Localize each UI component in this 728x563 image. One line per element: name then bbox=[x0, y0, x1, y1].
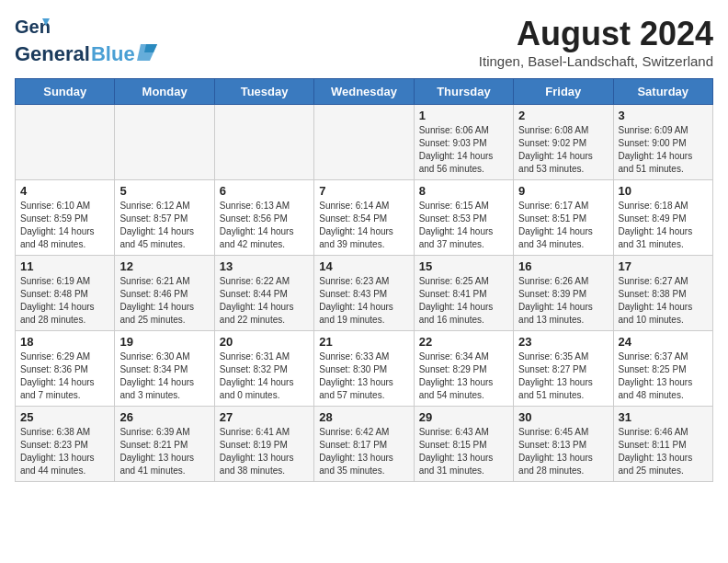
week-row-1: 1Sunrise: 6:06 AM Sunset: 9:03 PM Daylig… bbox=[16, 105, 713, 180]
calendar-cell: 31Sunrise: 6:46 AM Sunset: 8:11 PM Dayli… bbox=[613, 407, 712, 482]
calendar-cell: 27Sunrise: 6:41 AM Sunset: 8:19 PM Dayli… bbox=[214, 407, 313, 482]
calendar-cell: 23Sunrise: 6:35 AM Sunset: 8:27 PM Dayli… bbox=[514, 331, 613, 407]
calendar-cell: 19Sunrise: 6:30 AM Sunset: 8:34 PM Dayli… bbox=[115, 331, 214, 407]
day-number: 28 bbox=[319, 410, 408, 424]
day-number: 6 bbox=[220, 184, 309, 198]
day-number: 14 bbox=[319, 259, 408, 273]
logo-blue: Blue bbox=[91, 42, 135, 66]
day-header-wednesday: Wednesday bbox=[314, 79, 414, 105]
day-info: Sunrise: 6:21 AM Sunset: 8:46 PM Dayligh… bbox=[119, 275, 209, 327]
calendar-cell: 18Sunrise: 6:29 AM Sunset: 8:36 PM Dayli… bbox=[16, 331, 115, 407]
calendar-cell: 7Sunrise: 6:14 AM Sunset: 8:54 PM Daylig… bbox=[314, 180, 414, 256]
day-number: 13 bbox=[220, 259, 309, 273]
day-info: Sunrise: 6:19 AM Sunset: 8:48 PM Dayligh… bbox=[20, 275, 109, 327]
calendar-cell bbox=[115, 105, 214, 180]
calendar-body: 1Sunrise: 6:06 AM Sunset: 9:03 PM Daylig… bbox=[16, 105, 713, 482]
calendar-cell: 25Sunrise: 6:38 AM Sunset: 8:23 PM Dayli… bbox=[16, 407, 115, 482]
logo-icon: General bbox=[15, 15, 50, 42]
calendar-cell: 4Sunrise: 6:10 AM Sunset: 8:59 PM Daylig… bbox=[16, 180, 115, 256]
day-number: 26 bbox=[119, 410, 209, 424]
day-number: 24 bbox=[619, 335, 708, 349]
day-number: 1 bbox=[419, 109, 508, 122]
calendar-cell bbox=[16, 105, 115, 180]
day-info: Sunrise: 6:23 AM Sunset: 8:43 PM Dayligh… bbox=[319, 275, 408, 327]
calendar-table: SundayMondayTuesdayWednesdayThursdayFrid… bbox=[15, 78, 713, 482]
calendar-cell: 9Sunrise: 6:17 AM Sunset: 8:51 PM Daylig… bbox=[514, 180, 613, 256]
week-row-5: 25Sunrise: 6:38 AM Sunset: 8:23 PM Dayli… bbox=[16, 407, 713, 482]
day-info: Sunrise: 6:39 AM Sunset: 8:21 PM Dayligh… bbox=[119, 426, 209, 477]
day-info: Sunrise: 6:10 AM Sunset: 8:59 PM Dayligh… bbox=[20, 200, 109, 251]
day-number: 3 bbox=[619, 109, 708, 122]
calendar-cell: 13Sunrise: 6:22 AM Sunset: 8:44 PM Dayli… bbox=[214, 256, 313, 331]
header-row: SundayMondayTuesdayWednesdayThursdayFrid… bbox=[16, 79, 713, 105]
logo: General General Blue bbox=[15, 15, 157, 66]
calendar-cell: 30Sunrise: 6:45 AM Sunset: 8:13 PM Dayli… bbox=[514, 407, 613, 482]
title-block: August 2024 Itingen, Basel-Landschaft, S… bbox=[479, 15, 713, 69]
day-info: Sunrise: 6:27 AM Sunset: 8:38 PM Dayligh… bbox=[619, 275, 708, 327]
day-info: Sunrise: 6:41 AM Sunset: 8:19 PM Dayligh… bbox=[220, 426, 309, 477]
day-info: Sunrise: 6:45 AM Sunset: 8:13 PM Dayligh… bbox=[518, 426, 608, 477]
calendar-cell bbox=[214, 105, 313, 180]
calendar-cell: 6Sunrise: 6:13 AM Sunset: 8:56 PM Daylig… bbox=[214, 180, 313, 256]
calendar-cell: 16Sunrise: 6:26 AM Sunset: 8:39 PM Dayli… bbox=[514, 256, 613, 331]
calendar-cell: 8Sunrise: 6:15 AM Sunset: 8:53 PM Daylig… bbox=[414, 180, 513, 256]
calendar-cell: 24Sunrise: 6:37 AM Sunset: 8:25 PM Dayli… bbox=[613, 331, 712, 407]
day-number: 22 bbox=[419, 335, 508, 349]
day-number: 23 bbox=[518, 335, 608, 349]
calendar-cell: 10Sunrise: 6:18 AM Sunset: 8:49 PM Dayli… bbox=[613, 180, 712, 256]
day-info: Sunrise: 6:12 AM Sunset: 8:57 PM Dayligh… bbox=[119, 200, 209, 251]
day-number: 31 bbox=[619, 410, 708, 424]
day-header-friday: Friday bbox=[514, 79, 613, 105]
calendar-cell: 15Sunrise: 6:25 AM Sunset: 8:41 PM Dayli… bbox=[414, 256, 513, 331]
day-info: Sunrise: 6:42 AM Sunset: 8:17 PM Dayligh… bbox=[319, 426, 408, 477]
day-info: Sunrise: 6:26 AM Sunset: 8:39 PM Dayligh… bbox=[518, 275, 608, 327]
day-header-saturday: Saturday bbox=[613, 79, 712, 105]
day-info: Sunrise: 6:25 AM Sunset: 8:41 PM Dayligh… bbox=[419, 275, 508, 327]
calendar-cell: 5Sunrise: 6:12 AM Sunset: 8:57 PM Daylig… bbox=[115, 180, 214, 256]
calendar-cell: 29Sunrise: 6:43 AM Sunset: 8:15 PM Dayli… bbox=[414, 407, 513, 482]
logo-chevron-icon bbox=[137, 44, 157, 61]
day-info: Sunrise: 6:14 AM Sunset: 8:54 PM Dayligh… bbox=[319, 200, 408, 251]
day-header-tuesday: Tuesday bbox=[214, 79, 313, 105]
day-info: Sunrise: 6:17 AM Sunset: 8:51 PM Dayligh… bbox=[518, 200, 608, 251]
day-number: 25 bbox=[20, 410, 109, 424]
calendar-cell bbox=[314, 105, 414, 180]
calendar-cell: 28Sunrise: 6:42 AM Sunset: 8:17 PM Dayli… bbox=[314, 407, 414, 482]
week-row-4: 18Sunrise: 6:29 AM Sunset: 8:36 PM Dayli… bbox=[16, 331, 713, 407]
day-number: 16 bbox=[518, 259, 608, 273]
page-header: General General Blue August 2024 Itingen… bbox=[15, 15, 713, 69]
logo-general: General bbox=[15, 42, 90, 66]
day-number: 2 bbox=[518, 109, 608, 122]
day-number: 30 bbox=[518, 410, 608, 424]
day-info: Sunrise: 6:06 AM Sunset: 9:03 PM Dayligh… bbox=[419, 124, 508, 176]
subtitle: Itingen, Basel-Landschaft, Switzerland bbox=[479, 53, 713, 69]
week-row-2: 4Sunrise: 6:10 AM Sunset: 8:59 PM Daylig… bbox=[16, 180, 713, 256]
day-number: 17 bbox=[619, 259, 708, 273]
day-number: 21 bbox=[319, 335, 408, 349]
calendar-cell: 2Sunrise: 6:08 AM Sunset: 9:02 PM Daylig… bbox=[514, 105, 613, 180]
calendar-cell: 1Sunrise: 6:06 AM Sunset: 9:03 PM Daylig… bbox=[414, 105, 513, 180]
calendar-cell: 20Sunrise: 6:31 AM Sunset: 8:32 PM Dayli… bbox=[214, 331, 313, 407]
day-number: 8 bbox=[419, 184, 508, 198]
day-header-sunday: Sunday bbox=[16, 79, 115, 105]
day-info: Sunrise: 6:22 AM Sunset: 8:44 PM Dayligh… bbox=[220, 275, 309, 327]
day-number: 20 bbox=[220, 335, 309, 349]
calendar-header: SundayMondayTuesdayWednesdayThursdayFrid… bbox=[16, 79, 713, 105]
day-header-monday: Monday bbox=[115, 79, 214, 105]
day-number: 4 bbox=[20, 184, 109, 198]
calendar-cell: 17Sunrise: 6:27 AM Sunset: 8:38 PM Dayli… bbox=[613, 256, 712, 331]
day-info: Sunrise: 6:38 AM Sunset: 8:23 PM Dayligh… bbox=[20, 426, 109, 477]
day-number: 19 bbox=[119, 335, 209, 349]
day-number: 11 bbox=[20, 259, 109, 273]
day-number: 29 bbox=[419, 410, 508, 424]
day-number: 9 bbox=[518, 184, 608, 198]
day-number: 10 bbox=[619, 184, 708, 198]
day-info: Sunrise: 6:37 AM Sunset: 8:25 PM Dayligh… bbox=[619, 350, 708, 402]
day-info: Sunrise: 6:34 AM Sunset: 8:29 PM Dayligh… bbox=[419, 350, 508, 402]
calendar-cell: 12Sunrise: 6:21 AM Sunset: 8:46 PM Dayli… bbox=[115, 256, 214, 331]
day-info: Sunrise: 6:18 AM Sunset: 8:49 PM Dayligh… bbox=[619, 200, 708, 251]
day-info: Sunrise: 6:43 AM Sunset: 8:15 PM Dayligh… bbox=[419, 426, 508, 477]
calendar-cell: 26Sunrise: 6:39 AM Sunset: 8:21 PM Dayli… bbox=[115, 407, 214, 482]
calendar-cell: 3Sunrise: 6:09 AM Sunset: 9:00 PM Daylig… bbox=[613, 105, 712, 180]
day-info: Sunrise: 6:08 AM Sunset: 9:02 PM Dayligh… bbox=[518, 124, 608, 176]
